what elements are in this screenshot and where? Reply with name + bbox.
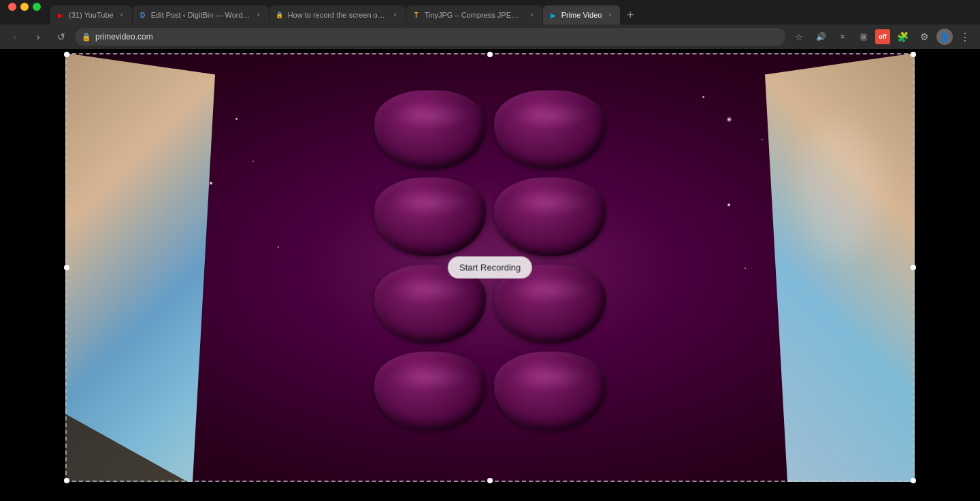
video-background: Start Recording	[65, 53, 915, 482]
abs-cell-r4c1	[374, 352, 486, 431]
tab-howto-close[interactable]: ×	[391, 10, 400, 20]
maximize-window-button[interactable]	[33, 3, 41, 11]
tinyjpg-favicon: T	[412, 10, 421, 20]
tab-primevideo-title: Prime Video	[561, 11, 602, 19]
handle-bottom-left[interactable]	[64, 478, 69, 483]
forward-button[interactable]: ›	[29, 27, 48, 46]
youtube-extension-button[interactable]: 0	[856, 29, 871, 44]
tab-bar: ▶ (31) YouTube × D Edit Post ‹ DigitBin …	[0, 0, 980, 25]
tab-youtube-title: (31) YouTube	[69, 11, 114, 19]
back-button[interactable]: ‹	[5, 27, 24, 46]
tab-digitbin-close[interactable]: ×	[254, 10, 263, 20]
nav-actions: ☆ 🔊 × 0 off 🧩 ⚙ 👤 ⋮	[789, 27, 975, 46]
handle-top-middle[interactable]	[487, 52, 493, 57]
address-bar[interactable]: 🔒 primevideo.com	[75, 28, 785, 46]
handle-middle-left[interactable]	[64, 265, 69, 270]
video-frame: Start Recording	[65, 53, 915, 482]
minimize-window-button[interactable]	[20, 3, 29, 11]
tab-youtube-close[interactable]: ×	[117, 10, 127, 20]
abs-cell-r1c1	[374, 91, 486, 169]
address-text: primevideo.com	[95, 32, 779, 42]
refresh-button[interactable]: ↺	[52, 27, 71, 46]
tab-howto-title: How to record the screen on y...	[288, 11, 387, 19]
tab-primevideo[interactable]: ▶ Prime Video ×	[543, 5, 621, 25]
tab-youtube[interactable]: ▶ (31) YouTube ×	[50, 5, 132, 25]
star-button[interactable]: ☆	[789, 27, 808, 46]
primevideo-favicon: ▶	[549, 10, 558, 20]
window-controls	[0, 3, 49, 11]
tab-tinyjpg-title: TinyJPG – Compress JPEG im...	[425, 11, 524, 19]
nav-bar: ‹ › ↺ 🔒 primevideo.com ☆ 🔊 × 0 off 🧩 ⚙ 👤…	[0, 25, 980, 49]
adblock-extension-button[interactable]: off	[875, 29, 890, 44]
main-content: Start Recording	[0, 49, 980, 501]
handle-middle-right[interactable]	[911, 265, 916, 270]
close-media-button[interactable]: ×	[833, 27, 852, 46]
tab-digitbin-title: Edit Post ‹ DigitBin — WordPre...	[151, 11, 250, 19]
digitbin-favicon: D	[138, 10, 148, 20]
abs-cell-r4c2	[494, 352, 606, 431]
tab-tinyjpg-close[interactable]: ×	[527, 10, 537, 20]
youtube-favicon: ▶	[56, 10, 65, 20]
howto-favicon: 🔒	[275, 10, 284, 20]
customize-button[interactable]: ⚙	[915, 27, 934, 46]
tab-primevideo-close[interactable]: ×	[605, 10, 615, 20]
handle-top-left[interactable]	[64, 52, 69, 57]
abs-cell-r1c2	[494, 91, 606, 169]
handle-top-right[interactable]	[911, 52, 916, 57]
extensions-button[interactable]: 🧩	[893, 27, 912, 46]
start-recording-button[interactable]: Start Recording	[448, 257, 532, 279]
speaker-button[interactable]: 🔊	[811, 27, 830, 46]
handle-bottom-right[interactable]	[911, 478, 916, 483]
menu-button[interactable]: ⋮	[956, 27, 975, 46]
tab-howto[interactable]: 🔒 How to record the screen on y... ×	[270, 5, 406, 25]
close-window-button[interactable]	[8, 3, 16, 11]
tab-tinyjpg[interactable]: T TinyJPG – Compress JPEG im... ×	[406, 5, 542, 25]
handle-bottom-middle[interactable]	[487, 478, 493, 483]
profile-avatar[interactable]: 👤	[936, 29, 953, 45]
tab-digitbin[interactable]: D Edit Post ‹ DigitBin — WordPre... ×	[133, 5, 269, 25]
abs-cell-r2c2	[494, 178, 606, 257]
abs-cell-r2c1	[374, 178, 486, 257]
lock-icon: 🔒	[82, 33, 91, 42]
new-tab-button[interactable]: +	[621, 5, 640, 25]
browser-window: ▶ (31) YouTube × D Edit Post ‹ DigitBin …	[0, 0, 980, 49]
